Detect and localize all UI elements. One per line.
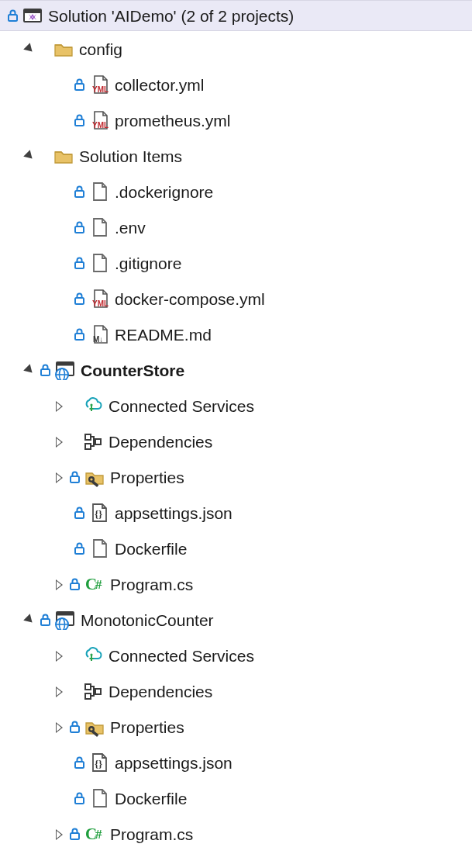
project-label: CounterStore: [81, 360, 184, 380]
web-project-icon: [54, 360, 76, 380]
csharp-icon: [84, 824, 105, 844]
file-label: prometheus.yml: [115, 110, 230, 130]
file-icon: [88, 788, 110, 808]
expander-icon[interactable]: [51, 650, 67, 661]
node-properties[interactable]: Properties: [0, 459, 472, 495]
folder-solution-items[interactable]: Solution Items: [0, 138, 472, 174]
expander-icon[interactable]: [51, 579, 67, 590]
file-program-cs[interactable]: Program.cs: [0, 566, 472, 602]
file-label: docker-compose.yml: [115, 289, 265, 309]
project-counterstore[interactable]: CounterStore: [0, 352, 472, 388]
solution-icon: [22, 5, 43, 26]
file-label: appsettings.json: [115, 503, 233, 523]
yml-icon: [88, 74, 110, 95]
file-label: .gitignore: [115, 253, 181, 273]
file-gitignore[interactable]: .gitignore: [0, 245, 472, 281]
file-collector-yml[interactable]: collector.yml: [0, 67, 472, 102]
lock-icon: [73, 185, 85, 199]
lock-icon: [6, 9, 19, 22]
node-label: Properties: [110, 467, 184, 487]
lock-icon: [68, 577, 81, 591]
file-dockerignore[interactable]: .dockerignore: [0, 174, 472, 209]
expander-icon[interactable]: [22, 44, 37, 54]
lock-icon: [73, 113, 85, 127]
lock-icon: [68, 827, 81, 841]
file-label: Program.cs: [110, 824, 193, 844]
node-connected-services[interactable]: Connected Services: [0, 638, 472, 673]
lock-icon: [39, 363, 51, 377]
expander-icon[interactable]: [51, 686, 67, 697]
file-dockerfile[interactable]: Dockerfile: [0, 780, 472, 816]
dependencies-icon: [82, 681, 104, 701]
cloud-plug-icon: [82, 645, 104, 666]
lock-icon: [68, 470, 81, 484]
file-icon: [88, 538, 110, 558]
folder-config[interactable]: config: [0, 31, 472, 67]
node-label: Properties: [110, 717, 184, 737]
node-dependencies[interactable]: Dependencies: [0, 673, 472, 709]
file-label: .dockerignore: [115, 182, 213, 202]
project-label: MonotonicCounter: [81, 610, 214, 630]
solution-label: Solution 'AIDemo' (2 of 2 projects): [48, 5, 294, 26]
expander-icon[interactable]: [51, 400, 67, 411]
node-connected-services[interactable]: Connected Services: [0, 388, 472, 424]
file-label: Program.cs: [110, 574, 193, 594]
node-label: Connected Services: [109, 396, 254, 416]
dependencies-icon: [82, 431, 104, 451]
json-icon: [88, 503, 110, 523]
file-icon: [88, 253, 110, 273]
yml-icon: [88, 110, 110, 130]
csharp-icon: [84, 574, 105, 594]
lock-icon: [73, 292, 85, 306]
lock-icon: [39, 613, 51, 627]
markdown-icon: [88, 324, 110, 344]
project-monotoniccounter[interactable]: MonotonicCounter: [0, 602, 472, 638]
lock-icon: [68, 720, 81, 734]
expander-icon[interactable]: [22, 151, 37, 161]
file-icon: [88, 182, 110, 202]
file-readme[interactable]: README.md: [0, 316, 472, 352]
lock-icon: [73, 756, 85, 769]
expander-icon[interactable]: [51, 828, 67, 839]
web-project-icon: [54, 610, 76, 630]
node-label: Dependencies: [109, 431, 212, 451]
file-appsettings[interactable]: appsettings.json: [0, 495, 472, 531]
lock-icon: [73, 541, 85, 555]
file-icon: [88, 217, 110, 237]
file-prometheus-yml[interactable]: prometheus.yml: [0, 102, 472, 138]
properties-icon: [84, 717, 105, 737]
file-label: README.md: [115, 324, 212, 344]
folder-icon: [53, 146, 74, 166]
lock-icon: [73, 791, 85, 805]
file-label: collector.yml: [115, 74, 205, 95]
json-icon: [88, 752, 110, 773]
file-label: Dockerfile: [115, 538, 187, 558]
lock-icon: [73, 256, 85, 270]
lock-icon: [73, 327, 85, 341]
node-dependencies[interactable]: Dependencies: [0, 424, 472, 459]
solution-node[interactable]: Solution 'AIDemo' (2 of 2 projects): [0, 0, 472, 31]
file-dockerfile[interactable]: Dockerfile: [0, 531, 472, 566]
lock-icon: [73, 506, 85, 520]
lock-icon: [73, 220, 85, 234]
expander-icon[interactable]: [51, 436, 67, 447]
file-appsettings[interactable]: appsettings.json: [0, 745, 472, 780]
expander-icon[interactable]: [22, 365, 37, 375]
lock-icon: [73, 78, 85, 92]
file-docker-compose[interactable]: docker-compose.yml: [0, 281, 472, 316]
file-env[interactable]: .env: [0, 209, 472, 245]
file-program-cs[interactable]: Program.cs: [0, 816, 472, 852]
file-label: .env: [115, 217, 146, 237]
file-label: appsettings.json: [115, 752, 233, 773]
expander-icon[interactable]: [51, 472, 67, 482]
yml-icon: [88, 289, 110, 309]
node-label: Dependencies: [109, 681, 212, 701]
cloud-plug-icon: [82, 396, 104, 416]
folder-label: config: [79, 39, 122, 59]
folder-icon: [53, 39, 74, 59]
expander-icon[interactable]: [22, 615, 37, 624]
expander-icon[interactable]: [51, 721, 67, 732]
node-properties[interactable]: Properties: [0, 709, 472, 745]
properties-icon: [84, 467, 105, 487]
file-label: Dockerfile: [115, 788, 187, 808]
